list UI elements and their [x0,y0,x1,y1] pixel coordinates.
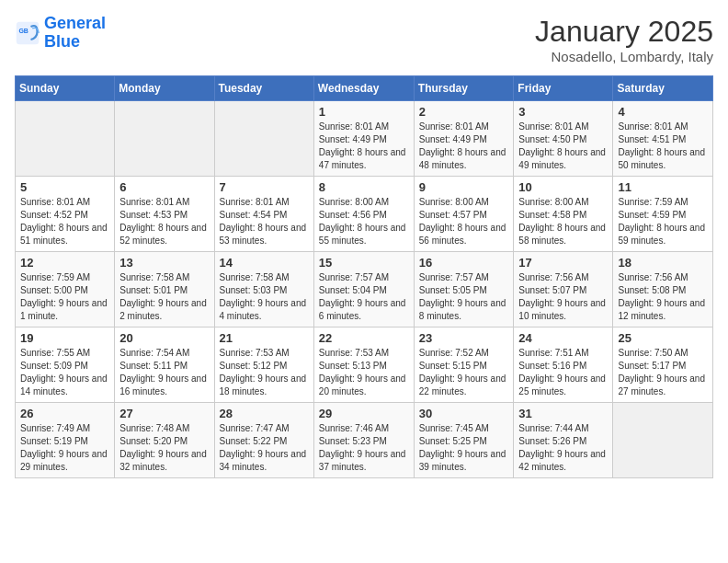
day-info: Sunrise: 7:55 AM Sunset: 5:09 PM Dayligh… [20,347,109,398]
day-number: 14 [220,256,309,270]
day-number: 28 [220,407,309,420]
day-info: Sunrise: 8:00 AM Sunset: 4:56 PM Dayligh… [319,196,409,247]
calendar-cell: 13Sunrise: 7:58 AM Sunset: 5:01 PM Dayli… [115,252,214,327]
day-info: Sunrise: 7:59 AM Sunset: 4:59 PM Dayligh… [618,196,708,247]
day-number: 17 [518,256,608,270]
calendar-cell: 5Sunrise: 8:01 AM Sunset: 4:52 PM Daylig… [16,177,115,252]
calendar-cell: 27Sunrise: 7:48 AM Sunset: 5:20 PM Dayli… [115,403,214,478]
svg-text:GB: GB [18,28,28,34]
calendar-cell: 22Sunrise: 7:53 AM Sunset: 5:13 PM Dayli… [313,327,414,403]
day-info: Sunrise: 7:44 AM Sunset: 5:26 PM Dayligh… [518,422,608,474]
weekday-header-thursday: Thursday [414,76,514,101]
calendar-cell: 28Sunrise: 7:47 AM Sunset: 5:22 PM Dayli… [214,403,313,478]
weekday-header-friday: Friday [514,76,613,101]
day-number: 23 [419,331,509,345]
calendar-cell: 21Sunrise: 7:53 AM Sunset: 5:12 PM Dayli… [214,327,313,403]
calendar-cell [16,101,115,177]
day-info: Sunrise: 8:00 AM Sunset: 4:58 PM Dayligh… [518,196,608,247]
calendar-cell: 17Sunrise: 7:56 AM Sunset: 5:07 PM Dayli… [514,252,613,327]
calendar-cell: 4Sunrise: 8:01 AM Sunset: 4:51 PM Daylig… [613,101,713,177]
day-info: Sunrise: 8:01 AM Sunset: 4:51 PM Dayligh… [618,121,708,172]
calendar-cell: 8Sunrise: 8:00 AM Sunset: 4:56 PM Daylig… [313,177,414,252]
day-info: Sunrise: 8:01 AM Sunset: 4:50 PM Dayligh… [518,121,608,172]
day-info: Sunrise: 8:01 AM Sunset: 4:52 PM Dayligh… [20,196,109,247]
day-info: Sunrise: 7:48 AM Sunset: 5:20 PM Dayligh… [119,422,209,474]
day-info: Sunrise: 7:58 AM Sunset: 5:01 PM Dayligh… [119,271,209,323]
day-info: Sunrise: 8:01 AM Sunset: 4:53 PM Dayligh… [119,196,209,247]
logo-icon: GB [15,20,40,46]
calendar-table: SundayMondayTuesdayWednesdayThursdayFrid… [15,75,713,478]
day-info: Sunrise: 7:51 AM Sunset: 5:16 PM Dayligh… [518,347,608,398]
day-number: 7 [220,180,309,194]
day-info: Sunrise: 7:49 AM Sunset: 5:19 PM Dayligh… [20,422,109,474]
day-info: Sunrise: 8:01 AM Sunset: 4:54 PM Dayligh… [220,196,309,247]
day-number: 24 [518,331,608,345]
day-number: 25 [618,331,708,345]
title-area: January 2025 Nosadello, Lombardy, Italy [535,15,713,64]
calendar-cell: 30Sunrise: 7:45 AM Sunset: 5:25 PM Dayli… [414,403,514,478]
day-info: Sunrise: 7:52 AM Sunset: 5:15 PM Dayligh… [419,347,509,398]
calendar-cell: 2Sunrise: 8:01 AM Sunset: 4:49 PM Daylig… [414,101,514,177]
calendar-cell: 31Sunrise: 7:44 AM Sunset: 5:26 PM Dayli… [514,403,613,478]
day-number: 15 [319,256,409,270]
day-number: 18 [618,256,708,270]
day-number: 1 [319,105,409,119]
day-info: Sunrise: 7:57 AM Sunset: 5:04 PM Dayligh… [319,271,409,323]
day-info: Sunrise: 7:46 AM Sunset: 5:23 PM Dayligh… [319,422,409,474]
day-info: Sunrise: 7:57 AM Sunset: 5:05 PM Dayligh… [419,271,509,323]
calendar-cell: 24Sunrise: 7:51 AM Sunset: 5:16 PM Dayli… [514,327,613,403]
day-number: 31 [518,407,608,420]
day-info: Sunrise: 8:01 AM Sunset: 4:49 PM Dayligh… [319,121,409,172]
day-number: 16 [419,256,509,270]
day-info: Sunrise: 7:53 AM Sunset: 5:13 PM Dayligh… [319,347,409,398]
calendar-cell: 19Sunrise: 7:55 AM Sunset: 5:09 PM Dayli… [16,327,115,403]
day-number: 3 [518,105,608,119]
calendar-cell: 15Sunrise: 7:57 AM Sunset: 5:04 PM Dayli… [313,252,414,327]
day-number: 4 [618,105,708,119]
day-info: Sunrise: 7:56 AM Sunset: 5:08 PM Dayligh… [618,271,708,323]
weekday-header-monday: Monday [115,76,214,101]
day-info: Sunrise: 7:56 AM Sunset: 5:07 PM Dayligh… [518,271,608,323]
day-number: 29 [319,407,409,420]
calendar-cell: 16Sunrise: 7:57 AM Sunset: 5:05 PM Dayli… [414,252,514,327]
calendar-cell: 1Sunrise: 8:01 AM Sunset: 4:49 PM Daylig… [313,101,414,177]
page-header: GB General Blue January 2025 Nosadello, … [15,15,713,64]
day-number: 9 [419,180,509,194]
day-number: 2 [419,105,509,119]
day-number: 19 [20,331,109,345]
calendar-cell: 10Sunrise: 8:00 AM Sunset: 4:58 PM Dayli… [514,177,613,252]
day-number: 27 [119,407,209,420]
day-info: Sunrise: 7:50 AM Sunset: 5:17 PM Dayligh… [618,347,708,398]
calendar-week-row: 12Sunrise: 7:59 AM Sunset: 5:00 PM Dayli… [16,252,713,327]
calendar-cell: 29Sunrise: 7:46 AM Sunset: 5:23 PM Dayli… [313,403,414,478]
day-number: 20 [119,331,209,345]
logo-blue: Blue [44,32,80,51]
calendar-cell [613,403,713,478]
calendar-subtitle: Nosadello, Lombardy, Italy [535,49,713,64]
day-info: Sunrise: 7:58 AM Sunset: 5:03 PM Dayligh… [220,271,309,323]
calendar-cell: 23Sunrise: 7:52 AM Sunset: 5:15 PM Dayli… [414,327,514,403]
calendar-cell: 9Sunrise: 8:00 AM Sunset: 4:57 PM Daylig… [414,177,514,252]
calendar-cell: 26Sunrise: 7:49 AM Sunset: 5:19 PM Dayli… [16,403,115,478]
calendar-week-row: 1Sunrise: 8:01 AM Sunset: 4:49 PM Daylig… [16,101,713,177]
logo-general: General [44,14,106,32]
day-number: 6 [119,180,209,194]
calendar-cell: 7Sunrise: 8:01 AM Sunset: 4:54 PM Daylig… [214,177,313,252]
weekday-header-saturday: Saturday [613,76,713,101]
weekday-header-tuesday: Tuesday [214,76,313,101]
calendar-cell: 12Sunrise: 7:59 AM Sunset: 5:00 PM Dayli… [16,252,115,327]
day-info: Sunrise: 7:54 AM Sunset: 5:11 PM Dayligh… [119,347,209,398]
day-number: 10 [518,180,608,194]
day-info: Sunrise: 7:47 AM Sunset: 5:22 PM Dayligh… [220,422,309,474]
day-number: 30 [419,407,509,420]
day-number: 13 [119,256,209,270]
day-info: Sunrise: 7:59 AM Sunset: 5:00 PM Dayligh… [20,271,109,323]
day-number: 8 [319,180,409,194]
calendar-cell: 3Sunrise: 8:01 AM Sunset: 4:50 PM Daylig… [514,101,613,177]
calendar-cell: 18Sunrise: 7:56 AM Sunset: 5:08 PM Dayli… [613,252,713,327]
calendar-title: January 2025 [535,15,713,49]
logo: GB General Blue [15,15,106,52]
calendar-cell [115,101,214,177]
weekday-header-row: SundayMondayTuesdayWednesdayThursdayFrid… [16,76,713,101]
day-number: 11 [618,180,708,194]
